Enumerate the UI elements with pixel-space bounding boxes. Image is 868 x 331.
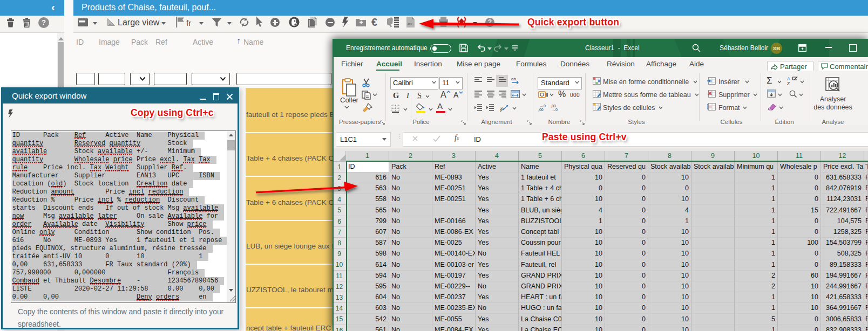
- svg-text:csv: csv: [408, 22, 412, 25]
- svg-text:Z: Z: [787, 81, 790, 86]
- svg-text:ab: ab: [511, 77, 516, 81]
- svg-text:,00: ,00: [538, 108, 544, 112]
- svg-text:→0: →0: [552, 108, 558, 112]
- svg-text:←0: ←0: [540, 104, 546, 108]
- svg-text:,00: ,00: [551, 104, 556, 108]
